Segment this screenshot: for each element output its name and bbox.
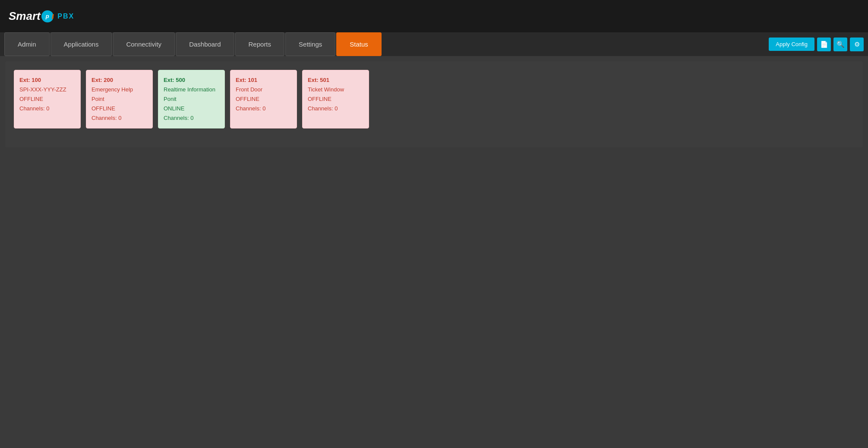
ext-200-channels: Channels: 0	[92, 113, 147, 123]
tab-settings[interactable]: Settings	[285, 32, 335, 56]
ext-101-status: OFFLINE	[236, 94, 291, 104]
tab-status[interactable]: Status	[336, 32, 382, 56]
tab-reports[interactable]: Reports	[235, 32, 285, 56]
nav-tabs: Admin Applications Connectivity Dashboar…	[4, 32, 382, 56]
ext-501-status: OFFLINE	[308, 94, 363, 104]
search-icon-button[interactable]: 🔍	[833, 38, 847, 51]
ext-501-channels: Channels: 0	[308, 104, 363, 113]
ext-card-500: Ext: 500 Realtime Information Ponit ONLI…	[158, 70, 225, 128]
ext-500-id: Ext: 500	[164, 75, 219, 85]
nav-right: Apply Config 📄 🔍 ⚙	[769, 38, 864, 51]
tab-applications[interactable]: Applications	[51, 32, 112, 56]
ext-card-101: Ext: 101 Front Door OFFLINE Channels: 0	[230, 70, 297, 128]
apply-config-button[interactable]: Apply Config	[769, 38, 814, 51]
document-icon-button[interactable]: 📄	[817, 38, 831, 51]
ext-200-status: OFFLINE	[92, 104, 147, 113]
nav-bar: Admin Applications Connectivity Dashboar…	[0, 32, 868, 56]
ext-200-name: Emergency Help Point	[92, 85, 147, 104]
logo-icon: p ı	[41, 10, 54, 22]
ext-500-name: Realtime Information	[164, 85, 219, 94]
ext-card-200: Ext: 200 Emergency Help Point OFFLINE Ch…	[86, 70, 153, 128]
tab-connectivity[interactable]: Connectivity	[113, 32, 175, 56]
ext-101-id: Ext: 101	[236, 75, 291, 85]
ext-500-status: ONLINE	[164, 104, 219, 113]
ext-100-channels: Channels: 0	[19, 104, 75, 113]
ext-101-channels: Channels: 0	[236, 104, 291, 113]
ext-card-501: Ext: 501 Ticket Window OFFLINE Channels:…	[302, 70, 369, 128]
ext-100-id: Ext: 100	[19, 75, 75, 85]
ext-500-name2: Ponit	[164, 94, 219, 104]
top-bar: Smart p ı PBX	[0, 0, 868, 32]
extensions-grid: Ext: 100 SPI-XXX-YYY-ZZZ OFFLINE Channel…	[14, 70, 854, 128]
ext-card-100: Ext: 100 SPI-XXX-YYY-ZZZ OFFLINE Channel…	[14, 70, 81, 128]
ext-500-channels: Channels: 0	[164, 113, 219, 123]
logo-pi-letter: p	[46, 13, 49, 19]
main-content: Ext: 100 SPI-XXX-YYY-ZZZ OFFLINE Channel…	[5, 61, 863, 147]
ext-100-name: SPI-XXX-YYY-ZZZ	[19, 85, 75, 94]
tab-dashboard[interactable]: Dashboard	[176, 32, 234, 56]
logo: Smart p ı PBX	[9, 9, 74, 23]
ext-200-id: Ext: 200	[92, 75, 147, 85]
settings-icon-button[interactable]: ⚙	[850, 38, 864, 51]
tab-admin[interactable]: Admin	[4, 32, 50, 56]
ext-101-name: Front Door	[236, 85, 291, 94]
ext-501-id: Ext: 501	[308, 75, 363, 85]
logo-pbx-text: PBX	[57, 13, 74, 20]
ext-100-status: OFFLINE	[19, 94, 75, 104]
logo-smart-text: Smart	[9, 9, 41, 23]
ext-501-name: Ticket Window	[308, 85, 363, 94]
logo-curl: ı	[52, 11, 54, 21]
